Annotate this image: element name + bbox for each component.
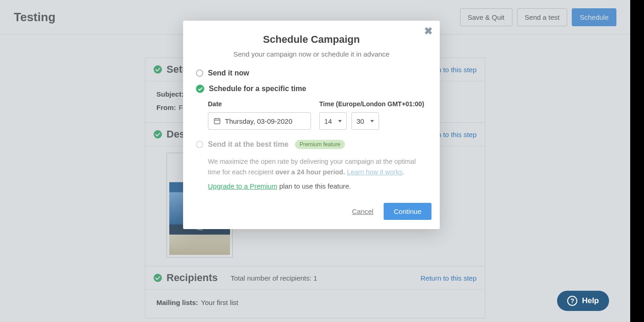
upgrade-text: plan to use this feature.	[277, 182, 351, 190]
option-label: Schedule for a specific time	[209, 85, 306, 93]
option-label: Send it at the best time	[208, 140, 288, 149]
help-label: Help	[582, 296, 599, 305]
chevron-down-icon	[338, 120, 342, 122]
modal-subtitle: Send your campaign now or schedule it in…	[183, 50, 440, 58]
best-time-description: We maximize the open rate by delivering …	[208, 156, 427, 178]
option-schedule-specific[interactable]: Schedule for a specific time	[196, 85, 427, 93]
minute-select[interactable]: 30	[351, 112, 379, 130]
option-best-time: Send it at the best time Premium feature	[196, 140, 427, 149]
date-input[interactable]: Thursday, 03-09-2020	[208, 112, 311, 130]
hour-select[interactable]: 14	[319, 112, 347, 130]
hour-value: 14	[324, 117, 332, 125]
learn-how-link[interactable]: Learn how it works	[347, 168, 402, 176]
option-send-now[interactable]: Send it now	[196, 69, 427, 77]
modal-title: Schedule Campaign	[183, 34, 440, 46]
chevron-down-icon	[370, 120, 374, 122]
svg-rect-0	[214, 119, 220, 124]
time-label: Time (Europe/London GMT+01:00)	[319, 100, 424, 108]
radio-disabled-icon	[196, 141, 203, 148]
date-value: Thursday, 03-09-2020	[225, 117, 292, 125]
help-button[interactable]: ? Help	[557, 291, 609, 311]
continue-button[interactable]: Continue	[384, 203, 431, 220]
radio-unchecked-icon	[196, 69, 203, 77]
upgrade-premium-link[interactable]: Upgrade to a Premium	[208, 182, 277, 190]
premium-badge: Premium feature	[295, 140, 345, 149]
help-icon: ?	[567, 296, 577, 306]
calendar-icon	[214, 118, 220, 124]
cancel-button[interactable]: Cancel	[352, 207, 374, 215]
date-label: Date	[208, 100, 311, 108]
minute-value: 30	[356, 117, 364, 125]
option-label: Send it now	[208, 69, 249, 77]
radio-checked-icon	[196, 85, 204, 93]
close-icon[interactable]: ✖	[424, 25, 432, 37]
schedule-modal: ✖ Schedule Campaign Send your campaign n…	[183, 21, 440, 229]
